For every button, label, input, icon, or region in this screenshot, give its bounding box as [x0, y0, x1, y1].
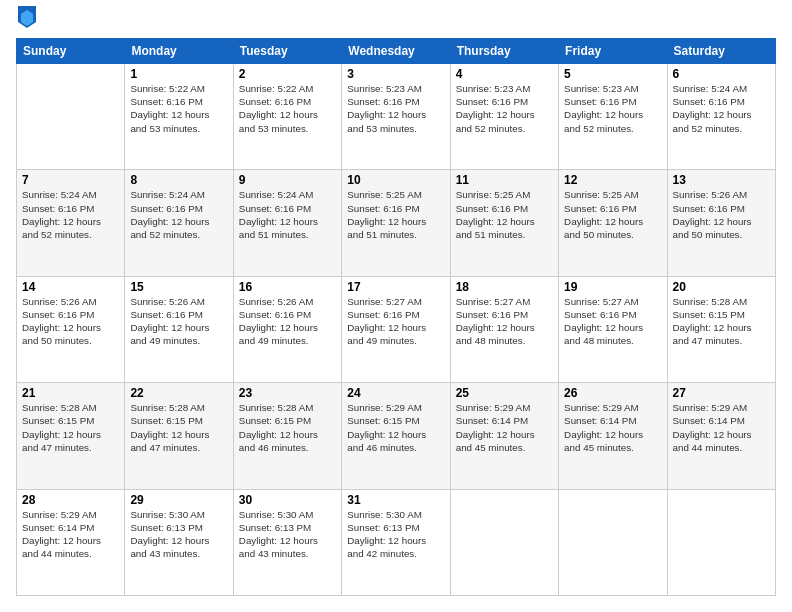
day-number: 12 — [564, 173, 661, 187]
logo-icon — [18, 6, 36, 28]
calendar-cell — [17, 64, 125, 170]
week-row-4: 21Sunrise: 5:28 AM Sunset: 6:15 PM Dayli… — [17, 383, 776, 489]
day-number: 31 — [347, 493, 444, 507]
day-number: 23 — [239, 386, 336, 400]
day-info: Sunrise: 5:29 AM Sunset: 6:14 PM Dayligh… — [564, 401, 661, 454]
day-number: 3 — [347, 67, 444, 81]
day-info: Sunrise: 5:25 AM Sunset: 6:16 PM Dayligh… — [564, 188, 661, 241]
day-info: Sunrise: 5:28 AM Sunset: 6:15 PM Dayligh… — [239, 401, 336, 454]
day-info: Sunrise: 5:30 AM Sunset: 6:13 PM Dayligh… — [347, 508, 444, 561]
day-number: 5 — [564, 67, 661, 81]
day-number: 2 — [239, 67, 336, 81]
day-number: 1 — [130, 67, 227, 81]
calendar-cell: 15Sunrise: 5:26 AM Sunset: 6:16 PM Dayli… — [125, 276, 233, 382]
day-info: Sunrise: 5:22 AM Sunset: 6:16 PM Dayligh… — [130, 82, 227, 135]
calendar-cell: 21Sunrise: 5:28 AM Sunset: 6:15 PM Dayli… — [17, 383, 125, 489]
weekday-header-row: SundayMondayTuesdayWednesdayThursdayFrid… — [17, 39, 776, 64]
calendar-cell: 4Sunrise: 5:23 AM Sunset: 6:16 PM Daylig… — [450, 64, 558, 170]
calendar-cell: 29Sunrise: 5:30 AM Sunset: 6:13 PM Dayli… — [125, 489, 233, 595]
day-info: Sunrise: 5:24 AM Sunset: 6:16 PM Dayligh… — [239, 188, 336, 241]
day-number: 6 — [673, 67, 770, 81]
day-number: 9 — [239, 173, 336, 187]
calendar-cell: 13Sunrise: 5:26 AM Sunset: 6:16 PM Dayli… — [667, 170, 775, 276]
page: SundayMondayTuesdayWednesdayThursdayFrid… — [0, 0, 792, 612]
week-row-3: 14Sunrise: 5:26 AM Sunset: 6:16 PM Dayli… — [17, 276, 776, 382]
week-row-2: 7Sunrise: 5:24 AM Sunset: 6:16 PM Daylig… — [17, 170, 776, 276]
day-number: 19 — [564, 280, 661, 294]
day-info: Sunrise: 5:23 AM Sunset: 6:16 PM Dayligh… — [564, 82, 661, 135]
day-number: 11 — [456, 173, 553, 187]
calendar-cell: 3Sunrise: 5:23 AM Sunset: 6:16 PM Daylig… — [342, 64, 450, 170]
calendar-cell: 11Sunrise: 5:25 AM Sunset: 6:16 PM Dayli… — [450, 170, 558, 276]
logo-text — [16, 16, 36, 28]
calendar-cell: 30Sunrise: 5:30 AM Sunset: 6:13 PM Dayli… — [233, 489, 341, 595]
day-info: Sunrise: 5:29 AM Sunset: 6:15 PM Dayligh… — [347, 401, 444, 454]
day-info: Sunrise: 5:28 AM Sunset: 6:15 PM Dayligh… — [22, 401, 119, 454]
calendar-table: SundayMondayTuesdayWednesdayThursdayFrid… — [16, 38, 776, 596]
calendar-cell: 27Sunrise: 5:29 AM Sunset: 6:14 PM Dayli… — [667, 383, 775, 489]
calendar-cell: 7Sunrise: 5:24 AM Sunset: 6:16 PM Daylig… — [17, 170, 125, 276]
calendar-cell: 1Sunrise: 5:22 AM Sunset: 6:16 PM Daylig… — [125, 64, 233, 170]
weekday-sunday: Sunday — [17, 39, 125, 64]
calendar-cell: 25Sunrise: 5:29 AM Sunset: 6:14 PM Dayli… — [450, 383, 558, 489]
calendar-cell: 2Sunrise: 5:22 AM Sunset: 6:16 PM Daylig… — [233, 64, 341, 170]
calendar-cell: 19Sunrise: 5:27 AM Sunset: 6:16 PM Dayli… — [559, 276, 667, 382]
calendar-cell: 20Sunrise: 5:28 AM Sunset: 6:15 PM Dayli… — [667, 276, 775, 382]
day-number: 28 — [22, 493, 119, 507]
weekday-tuesday: Tuesday — [233, 39, 341, 64]
day-number: 13 — [673, 173, 770, 187]
weekday-monday: Monday — [125, 39, 233, 64]
day-info: Sunrise: 5:28 AM Sunset: 6:15 PM Dayligh… — [130, 401, 227, 454]
day-info: Sunrise: 5:27 AM Sunset: 6:16 PM Dayligh… — [347, 295, 444, 348]
calendar-cell: 14Sunrise: 5:26 AM Sunset: 6:16 PM Dayli… — [17, 276, 125, 382]
day-number: 25 — [456, 386, 553, 400]
day-number: 15 — [130, 280, 227, 294]
day-info: Sunrise: 5:29 AM Sunset: 6:14 PM Dayligh… — [673, 401, 770, 454]
logo — [16, 16, 36, 28]
calendar-cell: 26Sunrise: 5:29 AM Sunset: 6:14 PM Dayli… — [559, 383, 667, 489]
calendar-cell: 31Sunrise: 5:30 AM Sunset: 6:13 PM Dayli… — [342, 489, 450, 595]
weekday-thursday: Thursday — [450, 39, 558, 64]
day-info: Sunrise: 5:30 AM Sunset: 6:13 PM Dayligh… — [130, 508, 227, 561]
calendar-cell: 16Sunrise: 5:26 AM Sunset: 6:16 PM Dayli… — [233, 276, 341, 382]
calendar-cell: 23Sunrise: 5:28 AM Sunset: 6:15 PM Dayli… — [233, 383, 341, 489]
day-info: Sunrise: 5:23 AM Sunset: 6:16 PM Dayligh… — [347, 82, 444, 135]
calendar-cell: 17Sunrise: 5:27 AM Sunset: 6:16 PM Dayli… — [342, 276, 450, 382]
day-info: Sunrise: 5:25 AM Sunset: 6:16 PM Dayligh… — [456, 188, 553, 241]
weekday-friday: Friday — [559, 39, 667, 64]
day-number: 14 — [22, 280, 119, 294]
calendar-cell — [559, 489, 667, 595]
calendar-cell: 8Sunrise: 5:24 AM Sunset: 6:16 PM Daylig… — [125, 170, 233, 276]
day-number: 24 — [347, 386, 444, 400]
day-number: 17 — [347, 280, 444, 294]
calendar-cell: 10Sunrise: 5:25 AM Sunset: 6:16 PM Dayli… — [342, 170, 450, 276]
day-info: Sunrise: 5:28 AM Sunset: 6:15 PM Dayligh… — [673, 295, 770, 348]
day-number: 30 — [239, 493, 336, 507]
day-info: Sunrise: 5:27 AM Sunset: 6:16 PM Dayligh… — [456, 295, 553, 348]
day-number: 10 — [347, 173, 444, 187]
day-info: Sunrise: 5:25 AM Sunset: 6:16 PM Dayligh… — [347, 188, 444, 241]
week-row-1: 1Sunrise: 5:22 AM Sunset: 6:16 PM Daylig… — [17, 64, 776, 170]
day-info: Sunrise: 5:24 AM Sunset: 6:16 PM Dayligh… — [22, 188, 119, 241]
calendar-cell: 24Sunrise: 5:29 AM Sunset: 6:15 PM Dayli… — [342, 383, 450, 489]
day-number: 26 — [564, 386, 661, 400]
calendar-cell — [667, 489, 775, 595]
day-number: 21 — [22, 386, 119, 400]
day-number: 18 — [456, 280, 553, 294]
weekday-wednesday: Wednesday — [342, 39, 450, 64]
day-info: Sunrise: 5:26 AM Sunset: 6:16 PM Dayligh… — [239, 295, 336, 348]
day-info: Sunrise: 5:30 AM Sunset: 6:13 PM Dayligh… — [239, 508, 336, 561]
day-number: 4 — [456, 67, 553, 81]
calendar-cell: 6Sunrise: 5:24 AM Sunset: 6:16 PM Daylig… — [667, 64, 775, 170]
day-number: 16 — [239, 280, 336, 294]
header — [16, 16, 776, 28]
day-info: Sunrise: 5:29 AM Sunset: 6:14 PM Dayligh… — [22, 508, 119, 561]
day-number: 29 — [130, 493, 227, 507]
day-info: Sunrise: 5:24 AM Sunset: 6:16 PM Dayligh… — [130, 188, 227, 241]
calendar-cell: 5Sunrise: 5:23 AM Sunset: 6:16 PM Daylig… — [559, 64, 667, 170]
calendar-cell — [450, 489, 558, 595]
calendar-cell: 12Sunrise: 5:25 AM Sunset: 6:16 PM Dayli… — [559, 170, 667, 276]
day-info: Sunrise: 5:27 AM Sunset: 6:16 PM Dayligh… — [564, 295, 661, 348]
day-number: 27 — [673, 386, 770, 400]
week-row-5: 28Sunrise: 5:29 AM Sunset: 6:14 PM Dayli… — [17, 489, 776, 595]
